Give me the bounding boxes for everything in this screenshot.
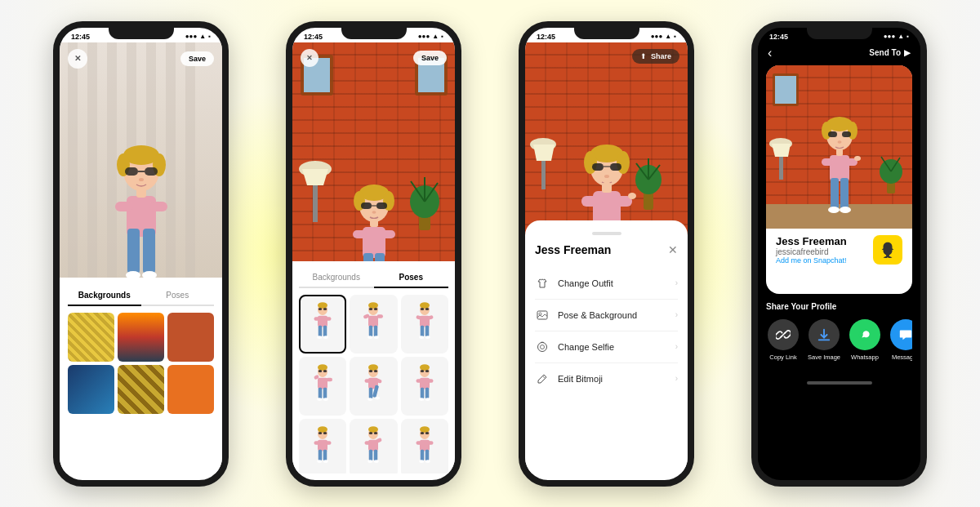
share-item-whatsapp[interactable]: Whatsapp: [848, 319, 882, 368]
bg-thumb-leopard[interactable]: [118, 365, 164, 414]
svg-point-110: [425, 398, 430, 401]
bg-thumb-gold[interactable]: [68, 313, 114, 362]
svg-rect-33: [361, 202, 372, 209]
pose-thumb-6[interactable]: [401, 357, 448, 416]
tab-backgrounds-1[interactable]: Backgrounds: [68, 286, 141, 306]
pose-thumb-2[interactable]: [350, 295, 397, 354]
tab-poses-1[interactable]: Poses: [141, 286, 215, 305]
svg-rect-12: [143, 229, 155, 274]
sheet-handle-3: [592, 232, 621, 235]
change-outfit-icon: [535, 276, 550, 291]
svg-rect-5: [145, 167, 158, 176]
svg-rect-15: [136, 188, 146, 198]
pose-thumb-3[interactable]: [401, 295, 448, 354]
back-button-4[interactable]: ‹: [768, 46, 772, 60]
svg-rect-64: [374, 326, 378, 337]
pose-thumb-4[interactable]: [299, 357, 346, 416]
bg-thumb-brick[interactable]: [167, 313, 214, 362]
home-indicator-4: [807, 381, 872, 385]
share-item-messages[interactable]: Messages: [889, 319, 912, 368]
whatsapp-label: Whatsapp: [851, 354, 879, 361]
svg-point-79: [318, 364, 327, 371]
send-to-button-4[interactable]: Send To ▶: [869, 48, 911, 57]
share-label-3: Share: [651, 52, 671, 60]
svg-rect-129: [369, 450, 373, 461]
phone2-content: ✕ Save: [292, 42, 455, 474]
save-image-icon: [808, 319, 840, 350]
signal-icon-1: ●●●: [185, 33, 198, 40]
tab-backgrounds-2[interactable]: Backgrounds: [299, 268, 374, 287]
close-button-1[interactable]: ✕: [68, 49, 87, 69]
top-bar-4: ‹ Send To ▶: [758, 42, 920, 65]
whatsapp-icon: [849, 319, 880, 350]
bottom-sheet-3: Jess Freeman ✕ Change Outfit ›: [525, 220, 688, 474]
pose-thumb-8[interactable]: [350, 419, 397, 474]
svg-rect-11: [127, 229, 140, 274]
sheet-close-3[interactable]: ✕: [668, 243, 678, 256]
bg-thumb-orange[interactable]: [167, 365, 214, 414]
close-button-2[interactable]: ✕: [301, 49, 318, 67]
svg-rect-135: [421, 432, 425, 434]
svg-rect-103: [425, 370, 430, 372]
svg-rect-200: [836, 149, 843, 156]
bg-thumb-sunset[interactable]: [118, 313, 164, 362]
share-button-3[interactable]: ⬆ Share: [632, 49, 679, 64]
svg-rect-60: [368, 316, 378, 327]
svg-point-55: [323, 336, 328, 339]
pose-thumb-5[interactable]: [350, 357, 397, 416]
save-button-2[interactable]: Save: [413, 51, 447, 65]
top-bar-1: ✕ Save: [60, 42, 222, 75]
menu-item-pose-background[interactable]: Pose & Background ›: [535, 300, 678, 331]
svg-marker-28: [302, 169, 328, 185]
svg-rect-91: [369, 370, 373, 372]
svg-rect-63: [369, 326, 373, 337]
status-icons-1: ●●● ▲ ▪: [185, 33, 211, 40]
svg-rect-118: [318, 450, 323, 461]
status-icons-4: ●●● ▲ ▪: [884, 33, 909, 40]
menu-item-change-selfie[interactable]: Change Selfie ›: [535, 331, 678, 363]
svg-rect-92: [374, 370, 378, 372]
pose-thumb-1[interactable]: [299, 295, 346, 354]
svg-point-66: [374, 336, 379, 339]
selfie-svg: [537, 341, 548, 353]
svg-rect-117: [325, 441, 332, 445]
svg-rect-157: [592, 163, 604, 171]
pose-background-icon: [535, 308, 550, 322]
svg-point-120: [317, 460, 322, 463]
change-outfit-label: Change Outfit: [558, 278, 613, 288]
messages-icon: [890, 319, 912, 350]
messages-svg: [898, 327, 912, 342]
svg-rect-81: [323, 370, 327, 372]
poses-grid-2: [299, 295, 448, 474]
tab-poses-2[interactable]: Poses: [374, 268, 449, 288]
wifi-icon-1: ▲: [199, 33, 206, 40]
svg-rect-82: [318, 378, 327, 389]
save-button-1[interactable]: Save: [180, 51, 214, 66]
svg-point-171: [539, 313, 541, 315]
menu-item-change-outfit[interactable]: Change Outfit ›: [535, 268, 678, 300]
svg-point-143: [425, 460, 430, 463]
messages-label: Messages: [892, 354, 912, 361]
phone-3: 12:45 ●●● ▲ ▪: [519, 21, 694, 487]
snapchat-badge-4: [873, 235, 902, 265]
svg-rect-70: [425, 308, 430, 310]
svg-point-65: [368, 336, 373, 339]
svg-point-57: [368, 302, 378, 309]
svg-point-142: [419, 460, 424, 463]
notch-1: [109, 28, 174, 39]
send-to-icon-4: ▶: [904, 48, 911, 57]
pose-thumb-9[interactable]: [401, 419, 448, 474]
svg-rect-130: [374, 450, 378, 461]
share-item-save-image[interactable]: Save Image: [807, 319, 841, 368]
svg-point-76: [419, 336, 424, 339]
bg-thumb-blue1[interactable]: [68, 365, 114, 414]
notch-4: [807, 28, 872, 39]
phone-2: 12:45 ●●● ▲ ▪: [286, 21, 461, 487]
battery-icon-4: ▪: [906, 33, 909, 40]
svg-point-132: [374, 460, 379, 463]
share-item-copy-link[interactable]: Copy Link: [766, 319, 800, 368]
pose-thumb-7[interactable]: [299, 419, 346, 474]
menu-item-edit-bitmoji[interactable]: Edit Bitmoji ›: [535, 363, 678, 394]
link-svg: [776, 327, 791, 342]
svg-rect-108: [425, 388, 430, 399]
